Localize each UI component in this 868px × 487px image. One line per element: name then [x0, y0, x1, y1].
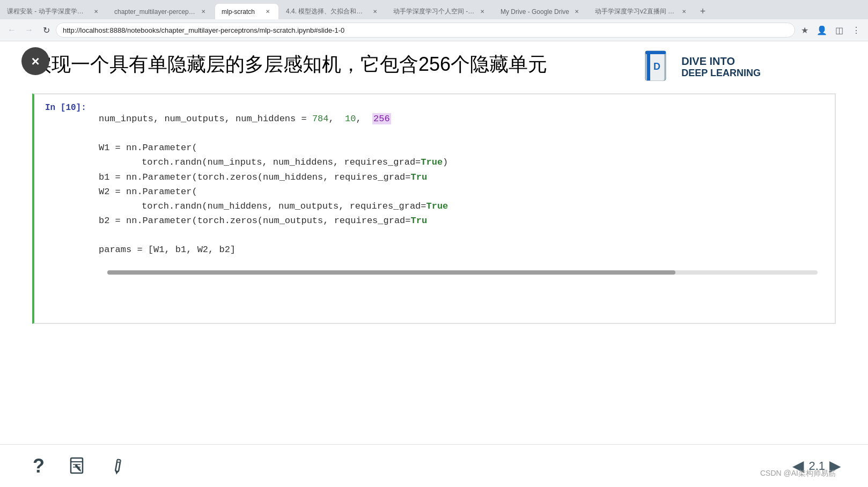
- scrollbar-thumb[interactable]: [107, 270, 675, 275]
- toolbar-icons: ★ 👤 ◫ ⋮: [797, 23, 864, 38]
- address-bar[interactable]: http://localhost:8888/notebooks/chapter_…: [56, 23, 795, 38]
- tab-1-close[interactable]: ✕: [92, 8, 100, 16]
- back-button[interactable]: ←: [4, 23, 19, 38]
- browser-chrome: 课程安装 - 动手学深度学习课程 ✕ chapter_multilayer-pe…: [0, 0, 868, 41]
- cell-content: num_inputs, num_outputs, num_hiddens = 7…: [99, 103, 835, 266]
- bottom-left-icons: ?: [27, 454, 130, 478]
- code-line-w2-body: torch.randn(num_hiddens, num_outputs, re…: [99, 199, 826, 213]
- code-line-params: params = [W1, b1, W2, b2]: [99, 242, 826, 257]
- help-button[interactable]: ?: [27, 454, 50, 478]
- menu-icon[interactable]: ⋮: [849, 23, 864, 38]
- tab-4-label: 4.4. 模型选择、欠拟合和过拟合...: [286, 7, 367, 16]
- scrollbar-container: [99, 266, 835, 279]
- close-button[interactable]: ×: [21, 47, 49, 75]
- tab-4[interactable]: 4.4. 模型选择、欠拟合和过拟合... ✕: [279, 3, 386, 19]
- tab-3-label: mlp-scratch: [222, 8, 255, 16]
- tab-2-label: chapter_multilayer-perceptro...: [114, 8, 196, 16]
- notebook-pencil-icon: [69, 456, 88, 476]
- tab-6[interactable]: My Drive - Google Drive ✕: [494, 3, 588, 19]
- code-line-w1: W1 = nn.Parameter(: [99, 141, 826, 155]
- tab-3[interactable]: mlp-scratch ✕: [215, 3, 279, 19]
- svg-rect-3: [645, 51, 666, 54]
- logo-text: DIVE INTO DEEP LEARNING: [681, 55, 761, 79]
- reload-button[interactable]: ↻: [39, 23, 54, 38]
- profile-icon[interactable]: 👤: [814, 23, 829, 38]
- code-line-blank1: [99, 126, 826, 141]
- tab-6-close[interactable]: ✕: [572, 8, 581, 16]
- svg-marker-12: [115, 471, 119, 475]
- tab-1[interactable]: 课程安装 - 动手学深度学习课程 ✕: [0, 3, 107, 19]
- svg-rect-13: [117, 459, 121, 462]
- notebook-cell: In [10]: num_inputs, num_outputs, num_hi…: [32, 93, 836, 324]
- tab-7-label: 动手学深度学习v2直播间 - G...: [595, 7, 676, 16]
- tab-5-label: 动手学深度学习个人空间 - 网...: [393, 7, 475, 16]
- pencil-icon: [108, 456, 128, 476]
- logo-dive: DIVE INTO: [681, 55, 761, 68]
- notebook-edit-button[interactable]: [67, 454, 90, 478]
- cell-label: In [10]:: [34, 94, 99, 323]
- tab-7[interactable]: 动手学深度学习v2直播间 - G... ✕: [588, 3, 695, 19]
- tab-2[interactable]: chapter_multilayer-perceptro... ✕: [107, 3, 215, 19]
- code-line-blank2: [99, 228, 826, 242]
- bottom-toolbar: ?: [0, 444, 868, 487]
- logo-book-icon: D: [643, 48, 675, 86]
- tab-5-close[interactable]: ✕: [478, 8, 487, 16]
- tab-3-close[interactable]: ✕: [263, 8, 272, 16]
- tab-bar: 课程安装 - 动手学深度学习课程 ✕ chapter_multilayer-pe…: [0, 0, 868, 19]
- logo-deep-learning: DEEP LEARNING: [681, 68, 761, 79]
- question-mark-icon: ?: [33, 455, 45, 477]
- close-icon: ×: [31, 53, 39, 70]
- forward-button[interactable]: →: [21, 23, 36, 38]
- tab-1-label: 课程安装 - 动手学深度学习课程: [7, 7, 89, 16]
- main-content: 实现一个具有单隐藏层的多层感知机，它包含256个隐藏单元 In [10]: nu…: [0, 41, 868, 445]
- svg-rect-2: [647, 51, 650, 80]
- code-line-w1-body: torch.randn(num_inputs, num_hiddens, req…: [99, 155, 826, 169]
- code-line-b1: b1 = nn.Parameter(torch.zeros(num_hidden…: [99, 170, 826, 185]
- csdn-watermark: CSDN @AI架构师易筋: [760, 469, 836, 478]
- svg-text:D: D: [653, 61, 660, 72]
- address-text: http://localhost:8888/notebooks/chapter_…: [63, 26, 344, 34]
- tab-6-label: My Drive - Google Drive: [501, 8, 569, 16]
- tab-5[interactable]: 动手学深度学习个人空间 - 网... ✕: [386, 3, 494, 19]
- code-line-w2: W2 = nn.Parameter(: [99, 185, 826, 199]
- logo-area: D DIVE INTO DEEP LEARNING: [643, 48, 761, 86]
- pencil-button[interactable]: [106, 454, 130, 478]
- tab-4-close[interactable]: ✕: [371, 8, 379, 16]
- address-bar-row: ← → ↻ http://localhost:8888/notebooks/ch…: [0, 19, 868, 41]
- tab-2-close[interactable]: ✕: [199, 8, 208, 16]
- tab-7-close[interactable]: ✕: [680, 8, 688, 16]
- horizontal-scrollbar[interactable]: [107, 270, 818, 275]
- code-line-1: num_inputs, num_outputs, num_hiddens = 7…: [99, 112, 826, 126]
- bookmark-icon[interactable]: ★: [797, 23, 812, 38]
- code-line-b2: b2 = nn.Parameter(torch.zeros(num_output…: [99, 213, 826, 228]
- extension-icon[interactable]: ◫: [832, 23, 847, 38]
- new-tab-button[interactable]: +: [695, 4, 710, 19]
